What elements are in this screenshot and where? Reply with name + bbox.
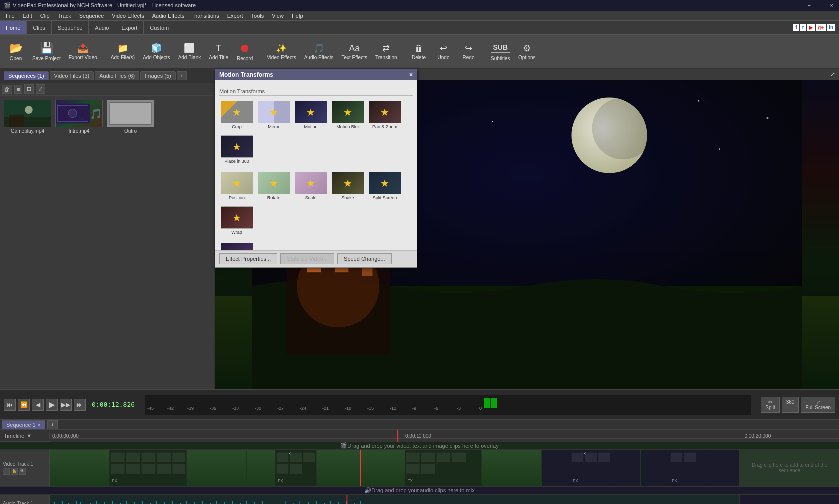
effect-shake[interactable]: ★ Shake	[330, 170, 365, 202]
yt-icon[interactable]: ▶	[807, 24, 815, 31]
menu-track[interactable]: Track	[54, 12, 75, 20]
tab-sequence[interactable]: Sequence	[52, 21, 89, 34]
video-clip-1[interactable]: FX	[50, 450, 247, 486]
menu-help[interactable]: Help	[288, 12, 307, 20]
effect-panzoom[interactable]: ★ Pan & Zoom	[367, 99, 402, 131]
subtitles-button[interactable]: SUB Subtitles	[487, 37, 514, 66]
record-button[interactable]: ⏺ Record	[233, 37, 257, 66]
transition-button[interactable]: ⇄ Transition	[372, 37, 401, 66]
file-tool-delete[interactable]: 🗑	[2, 85, 12, 94]
menu-file[interactable]: File	[2, 12, 19, 20]
tab-sequences[interactable]: Sequences (1)	[4, 71, 49, 80]
menu-transitions[interactable]: Transitions	[188, 12, 223, 20]
tw-icon[interactable]: t	[800, 24, 806, 31]
mute-video-btn[interactable]: −	[3, 468, 10, 475]
close-btn[interactable]: ×	[828, 2, 835, 8]
360-btn[interactable]: 360	[782, 397, 799, 413]
effect-properties-btn[interactable]: Effect Properties...	[219, 253, 277, 264]
effects-close-btn[interactable]: ×	[409, 71, 413, 78]
go-end-btn[interactable]: ⏭	[74, 399, 86, 411]
add-tab-btn[interactable]: +	[177, 71, 187, 80]
lock-video-btn[interactable]: 🔒	[11, 468, 18, 475]
tab-home[interactable]: Home	[0, 21, 27, 34]
tab-audio[interactable]: Audio	[89, 21, 115, 34]
sequence-tab-1[interactable]: Sequence 1 ×	[2, 420, 45, 429]
effect-place360[interactable]: ★ Place in 360	[219, 133, 254, 166]
video-clip-5[interactable]: FX	[641, 450, 739, 486]
timeline-dropdown[interactable]: ▼	[26, 433, 32, 439]
delete-button[interactable]: 🗑 Delete	[407, 37, 431, 66]
effect-wrap[interactable]: ★ Wrap	[219, 204, 254, 237]
add-title-button[interactable]: T Add Title	[205, 37, 232, 66]
effect-mirror[interactable]: ★ Mirror	[256, 99, 291, 131]
video-clip-3[interactable]: FX	[345, 450, 542, 486]
tab-video-files[interactable]: Video Files (3)	[50, 71, 94, 80]
audio-effects-button[interactable]: 🎵 Audio Effects	[301, 37, 337, 66]
add-objects-button[interactable]: 🧊 Add Objects	[139, 37, 173, 66]
menu-clip[interactable]: Clip	[36, 12, 54, 20]
effect-crop[interactable]: ★ Crop	[219, 99, 254, 131]
video-clip-2[interactable]: ✕ FX	[247, 450, 345, 486]
file-item-gameplay[interactable]: Gameplay.mp4	[4, 100, 51, 134]
tab-audio-files[interactable]: Audio Files (6)	[95, 71, 139, 80]
save-project-button[interactable]: 💾 Save Project	[29, 37, 64, 66]
video-clip-4[interactable]: ✕ FX	[542, 450, 640, 486]
file-tool-list[interactable]: ≡	[14, 85, 22, 94]
fullscreen-btn[interactable]: ⤢ Full Screen	[801, 397, 835, 413]
export-video-button[interactable]: 📤 Export Video	[65, 37, 101, 66]
menu-tools[interactable]: Tools	[247, 12, 268, 20]
svg-rect-224	[308, 502, 309, 504]
tab-custom[interactable]: Custom	[144, 21, 175, 34]
effect-position[interactable]: ★ Position	[219, 170, 254, 202]
tab-images[interactable]: Images (5)	[140, 71, 176, 80]
effect-rotate[interactable]: ★ Rotate	[256, 170, 291, 202]
menu-sequence[interactable]: Sequence	[75, 12, 108, 20]
split-btn[interactable]: ✂ Split	[761, 397, 779, 413]
li-icon[interactable]: in	[827, 24, 835, 31]
play-btn[interactable]: ▶	[46, 399, 58, 411]
options-button[interactable]: ⚙ Options	[515, 37, 539, 66]
effect-motion[interactable]: ★ Motion	[293, 99, 328, 131]
minimize-btn[interactable]: −	[805, 2, 812, 8]
add-blank-button[interactable]: ⬜ Add Blank	[175, 37, 205, 66]
file-item-intro[interactable]: 🎵 Intro.mp4	[55, 100, 103, 134]
open-button[interactable]: 📂 Open	[4, 37, 28, 66]
prev-frame-btn[interactable]: ⏪	[18, 399, 30, 411]
file-tool-expand[interactable]: ⤢	[36, 84, 45, 94]
fb-icon[interactable]: f	[793, 24, 799, 31]
effect-zoom[interactable]: ★ Zoom	[219, 241, 254, 250]
stabilize-video-btn[interactable]: Stabilize Video...	[280, 253, 334, 264]
gp-icon[interactable]: g+	[816, 24, 826, 31]
menu-view[interactable]: View	[268, 12, 288, 20]
speed-change-btn[interactable]: Speed Change...	[337, 253, 392, 264]
menu-edit[interactable]: Edit	[19, 12, 36, 20]
menu-audio-effects[interactable]: Audio Effects	[148, 12, 189, 20]
effect-scale[interactable]: ★ Scale	[293, 170, 328, 202]
effect-splitscreen[interactable]: ★ Split Screen	[367, 170, 402, 202]
hide-video-btn[interactable]: 👁	[19, 468, 26, 475]
effect-motionblur[interactable]: ★ Motion Blur	[330, 99, 365, 131]
menu-video-effects[interactable]: Video Effects	[108, 12, 148, 20]
go-start-btn[interactable]: ⏮	[4, 399, 16, 411]
tab-export[interactable]: Export	[115, 21, 144, 34]
expand-preview-btn[interactable]: ⤢	[830, 71, 835, 78]
video-track-right[interactable]: Drag clip here to add to end of the sequ…	[739, 450, 839, 486]
seq-tab-close[interactable]: ×	[38, 422, 41, 428]
splitscreen-star: ★	[380, 177, 389, 189]
video-effects-button[interactable]: ✨ Video Effects	[263, 37, 300, 66]
add-files-button[interactable]: 📁 Add File(s)	[107, 37, 138, 66]
step-fwd-btn[interactable]: ▶▶	[60, 399, 72, 411]
transport-bar: ⏮ ⏪ ◀ ▶ ▶▶ ⏭ 0:00:12.826 -45 -42 -39 -36…	[0, 389, 839, 419]
tab-clips[interactable]: Clips	[27, 21, 51, 34]
svg-point-19	[719, 148, 720, 150]
maximize-btn[interactable]: □	[817, 2, 824, 8]
undo-button[interactable]: ↩ Undo	[432, 37, 456, 66]
file-item-outro[interactable]: Outro	[107, 100, 154, 134]
svg-rect-61	[157, 452, 171, 463]
menu-export[interactable]: Export	[223, 12, 247, 20]
file-tool-grid[interactable]: ⊞	[24, 84, 34, 94]
text-effects-button[interactable]: Aa Text Effects	[338, 37, 371, 66]
redo-button[interactable]: ↪ Redo	[457, 37, 481, 66]
add-sequence-btn[interactable]: +	[47, 420, 57, 429]
step-back-btn[interactable]: ◀	[32, 399, 44, 411]
